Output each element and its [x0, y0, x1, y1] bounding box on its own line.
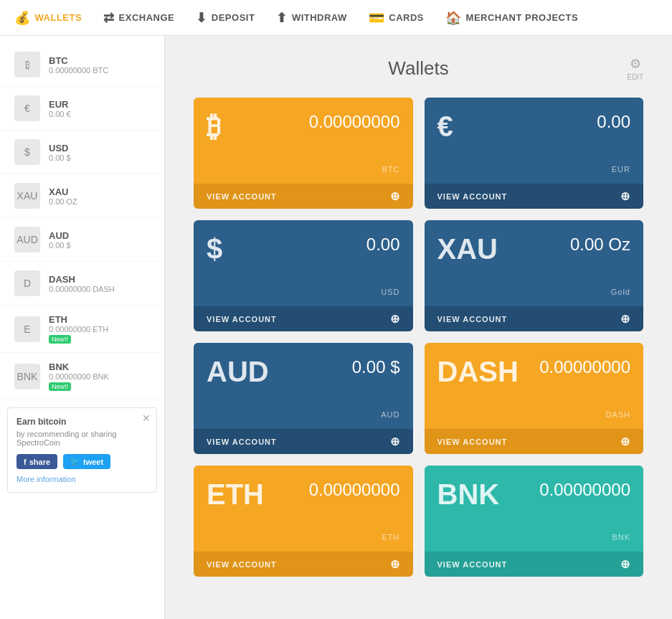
sidebar-item-eth[interactable]: E ETH 0.00000000 ETH New!!	[0, 306, 164, 353]
card-footer-eur[interactable]: VIEW ACCOUNT ⊕	[425, 184, 644, 209]
card-icon-aud: AUD	[207, 357, 269, 386]
card-body-dash: DASH 0.00000000 DASH	[425, 343, 644, 429]
sidebar-info-bnk: BNK 0.00000000 BNK New!!	[49, 362, 109, 391]
sidebar-item-bnk[interactable]: BNK BNK 0.00000000 BNK New!!	[0, 353, 164, 400]
card-top-aud: AUD 0.00 $	[207, 357, 400, 386]
sidebar-icon-xau: XAU	[14, 183, 40, 209]
card-currency-btc: BTC	[382, 165, 400, 174]
card-icon-btc: ₿	[207, 112, 221, 141]
wallet-card-dash[interactable]: DASH 0.00000000 DASH VIEW ACCOUNT ⊕	[425, 343, 644, 454]
nav-item-cards[interactable]: 💳 CARDS	[369, 6, 424, 29]
wallet-card-eth[interactable]: ETH 0.00000000 ETH VIEW ACCOUNT ⊕	[194, 466, 413, 577]
wallet-card-aud[interactable]: AUD 0.00 $ AUD VIEW ACCOUNT ⊕	[194, 343, 413, 454]
arrow-icon-eth: ⊕	[390, 557, 400, 571]
edit-button[interactable]: ⚙ EDIT	[627, 56, 643, 81]
wallets-icon: 💰	[14, 10, 31, 26]
nav-item-withdraw[interactable]: ⬆ WITHDRAW	[276, 6, 346, 29]
card-body-eth: ETH 0.00000000 ETH	[194, 466, 413, 552]
card-top-dash: DASH 0.00000000	[437, 357, 631, 386]
earn-box: ✕ Earn bitcoin by recommending or sharin…	[7, 407, 157, 493]
wallet-grid: ₿ 0.00000000 BTC VIEW ACCOUNT ⊕ € 0.00 E…	[194, 98, 643, 577]
arrow-icon-bnk: ⊕	[620, 557, 630, 571]
card-currency-usd: USD	[381, 288, 399, 296]
sidebar-item-aud[interactable]: AUD AUD 0.00 $	[0, 218, 164, 262]
wallet-card-btc[interactable]: ₿ 0.00000000 BTC VIEW ACCOUNT ⊕	[194, 98, 413, 209]
social-buttons: f share 🐦 tweet	[16, 454, 148, 469]
sidebar-info-eur: EUR 0.00 €	[49, 99, 71, 118]
nav-item-exchange[interactable]: ⇄ EXCHANGE	[103, 6, 174, 29]
wallet-card-bnk[interactable]: BNK 0.00000000 BNK VIEW ACCOUNT ⊕	[425, 466, 644, 577]
nav-item-merchant[interactable]: 🏠 MERCHANT PROJECTS	[445, 6, 578, 29]
card-amount-btc: 0.00000000	[309, 112, 400, 132]
nav-label-merchant: MERCHANT PROJECTS	[466, 12, 579, 23]
cards-icon: 💳	[369, 10, 385, 26]
nav-item-wallets[interactable]: 💰 WALLETS	[14, 6, 82, 29]
exchange-icon: ⇄	[103, 10, 115, 26]
nav-label-withdraw: WITHDRAW	[292, 12, 347, 23]
sidebar-balance-eth: 0.00000000 ETH	[49, 325, 108, 334]
view-account-label-bnk: VIEW ACCOUNT	[437, 560, 508, 569]
card-icon-eth: ETH	[207, 480, 264, 509]
sidebar-item-usd[interactable]: $ USD 0.00 $	[0, 131, 164, 174]
sidebar-name-btc: BTC	[49, 55, 108, 66]
card-amount-xau: 0.00 Oz	[570, 235, 630, 255]
view-account-label-usd: VIEW ACCOUNT	[207, 315, 277, 323]
sidebar-info-aud: AUD 0.00 $	[49, 230, 71, 250]
wallet-card-usd[interactable]: $ 0.00 USD VIEW ACCOUNT ⊕	[194, 220, 413, 331]
card-footer-xau[interactable]: VIEW ACCOUNT ⊕	[425, 306, 644, 331]
card-footer-usd[interactable]: VIEW ACCOUNT ⊕	[194, 306, 413, 331]
card-body-xau: XAU 0.00 Oz Gold	[425, 220, 644, 306]
card-body-usd: $ 0.00 USD	[194, 220, 413, 306]
wallet-card-xau[interactable]: XAU 0.00 Oz Gold VIEW ACCOUNT ⊕	[425, 220, 644, 331]
sidebar-icon-aud: AUD	[14, 227, 40, 252]
arrow-icon-xau: ⊕	[620, 312, 630, 326]
card-footer-dash[interactable]: VIEW ACCOUNT ⊕	[425, 429, 644, 454]
sidebar-item-btc[interactable]: ₿ BTC 0.00000000 BTC	[0, 43, 164, 87]
sidebar-item-xau[interactable]: XAU XAU 0.00 OZ	[0, 174, 164, 218]
main-layout: ₿ BTC 0.00000000 BTC € EUR 0.00 € $ USD …	[0, 36, 672, 619]
wallet-card-eur[interactable]: € 0.00 EUR VIEW ACCOUNT ⊕	[425, 98, 644, 209]
card-footer-bnk[interactable]: VIEW ACCOUNT ⊕	[425, 552, 644, 577]
edit-label: EDIT	[627, 73, 643, 81]
card-footer-aud[interactable]: VIEW ACCOUNT ⊕	[194, 429, 413, 454]
facebook-share-button[interactable]: f share	[16, 454, 57, 469]
sidebar-name-aud: AUD	[49, 230, 71, 241]
earn-title: Earn bitcoin	[16, 417, 148, 427]
view-account-label-btc: VIEW ACCOUNT	[207, 192, 277, 201]
view-account-label-eur: VIEW ACCOUNT	[437, 192, 508, 201]
arrow-icon-aud: ⊕	[390, 435, 400, 448]
sidebar-balance-btc: 0.00000000 BTC	[49, 66, 108, 75]
card-amount-eth: 0.00000000	[309, 480, 400, 500]
view-account-label-dash: VIEW ACCOUNT	[437, 438, 508, 446]
sidebar-icon-eur: €	[14, 95, 40, 121]
card-icon-dash: DASH	[437, 357, 519, 386]
card-top-xau: XAU 0.00 Oz	[437, 235, 631, 263]
sidebar-item-eur[interactable]: € EUR 0.00 €	[0, 87, 164, 131]
sidebar-name-eth: ETH	[49, 314, 108, 325]
card-footer-btc[interactable]: VIEW ACCOUNT ⊕	[194, 184, 413, 209]
card-footer-eth[interactable]: VIEW ACCOUNT ⊕	[194, 552, 413, 577]
card-currency-eur: EUR	[612, 165, 630, 174]
card-amount-usd: 0.00	[366, 235, 400, 255]
card-currency-xau: Gold	[611, 288, 630, 296]
earn-box-close[interactable]: ✕	[142, 412, 151, 424]
card-icon-xau: XAU	[437, 235, 498, 263]
arrow-icon-dash: ⊕	[620, 435, 630, 448]
gear-icon: ⚙	[630, 56, 641, 72]
twitter-tweet-button[interactable]: 🐦 tweet	[63, 454, 110, 469]
view-account-label-xau: VIEW ACCOUNT	[437, 315, 508, 323]
card-body-aud: AUD 0.00 $ AUD	[194, 343, 413, 429]
sidebar-balance-xau: 0.00 OZ	[49, 197, 77, 206]
new-badge-eth: New!!	[49, 335, 71, 344]
card-icon-eur: €	[437, 112, 453, 141]
sidebar-item-dash[interactable]: D DASH 0.00000000 DASH	[0, 262, 164, 306]
nav-item-deposit[interactable]: ⬇ DEPOSIT	[196, 6, 255, 29]
card-currency-eth: ETH	[382, 533, 400, 542]
withdraw-icon: ⬆	[276, 10, 288, 26]
nav-label-wallets: WALLETS	[35, 12, 82, 23]
sidebar-balance-dash: 0.00000000 DASH	[49, 285, 115, 293]
sidebar-icon-btc: ₿	[14, 52, 40, 77]
card-icon-usd: $	[207, 235, 222, 263]
more-info-link[interactable]: More information	[16, 475, 148, 483]
arrow-icon-usd: ⊕	[390, 312, 400, 326]
